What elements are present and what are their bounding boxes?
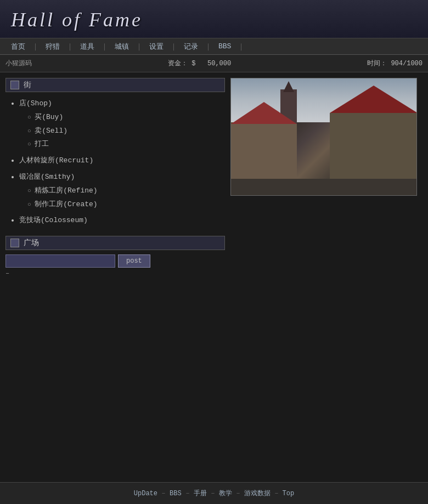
source-code-label: 小猩源码 — [5, 59, 32, 68]
nav-home[interactable]: 首页 — [5, 42, 31, 52]
building-right-roof — [330, 86, 417, 113]
plaza-section: 广场 post – — [5, 236, 225, 278]
funds-label: 资金： — [168, 60, 188, 67]
funds-display: 资金： $ 50,000 — [168, 59, 231, 68]
footer-gamedata[interactable]: 游戏数据 — [244, 489, 271, 498]
refine-link[interactable]: 精炼工房(Refine) — [35, 186, 97, 195]
plaza-dash: – — [5, 270, 225, 278]
nav-sep-3: ｜ — [100, 42, 109, 52]
statusbar: 小猩源码 资金： $ 50,000 时间： 904/1000 — [0, 55, 428, 72]
smithy-item: 锻冶屋(Smithy) 精炼工房(Refine) 制作工房(Create) — [19, 170, 225, 211]
town-image — [230, 78, 417, 196]
plaza-input-row: post — [5, 254, 225, 268]
nav-sep-5: ｜ — [169, 42, 178, 52]
street-heading-label: 街 — [24, 80, 31, 90]
work-link[interactable]: 打工 — [35, 140, 49, 148]
nav-sep-6: ｜ — [204, 42, 213, 52]
nav-sep-1: ｜ — [31, 42, 40, 52]
buy-link[interactable]: 买(Buy) — [35, 113, 63, 121]
main-content: 街 店(Shop) 买(Buy) 卖(Sell) 打工 — [0, 72, 428, 283]
footer-bbs[interactable]: BBS — [170, 490, 182, 497]
time-display: 时间： 904/1000 — [367, 59, 423, 68]
create-link[interactable]: 制作工房(Create) — [35, 200, 97, 208]
church-spire — [283, 81, 294, 92]
footer-update[interactable]: UpDate — [134, 490, 157, 497]
work-item: 打工 — [27, 138, 225, 151]
time-value: 904/1000 — [391, 60, 423, 67]
right-panel — [230, 78, 423, 278]
post-button[interactable]: post — [118, 254, 150, 268]
footer-top[interactable]: Top — [283, 490, 295, 497]
plaza-heading: 广场 — [5, 236, 225, 250]
header: Hall of Fame — [0, 0, 428, 38]
footer: UpDate － BBS － 手册 － 教学 － 游戏数据 － Top — [0, 482, 428, 504]
nav-sep-7: ｜ — [236, 42, 246, 52]
nav-sep-2: ｜ — [65, 42, 75, 52]
left-panel: 街 店(Shop) 买(Buy) 卖(Sell) 打工 — [5, 78, 230, 278]
recruit-link[interactable]: 人材斡旋所(Recruit) — [19, 156, 93, 165]
smithy-link[interactable]: 锻冶屋(Smithy) — [19, 173, 75, 181]
refine-item: 精炼工房(Refine) — [27, 184, 225, 198]
footer-manual[interactable]: 手册 — [194, 489, 207, 498]
site-title: Hall of Fame — [11, 8, 143, 31]
nav-items[interactable]: 道具 — [75, 42, 100, 52]
footer-sep-5: － — [273, 489, 280, 498]
nav-settings[interactable]: 设置 — [144, 42, 169, 52]
ground-element — [231, 179, 416, 195]
buy-item: 买(Buy) — [27, 111, 225, 124]
navbar: 首页 ｜ 狩猎 ｜ 道具 ｜ 城镇 ｜ 设置 ｜ 记录 ｜ BBS ｜ — [0, 38, 428, 55]
time-label: 时间： — [367, 60, 387, 67]
plaza-message-input[interactable] — [5, 254, 115, 268]
shop-link[interactable]: 店(Shop) — [19, 99, 52, 107]
recruit-item: 人材斡旋所(Recruit) — [19, 154, 225, 168]
street-heading: 街 — [5, 78, 225, 92]
footer-sep-2: － — [184, 489, 191, 498]
footer-sep-3: － — [210, 489, 216, 498]
footer-tutorial[interactable]: 教学 — [219, 489, 232, 498]
footer-sep-1: － — [160, 489, 167, 498]
colosseum-item: 竞技场(Colosseum) — [19, 213, 225, 228]
footer-sep-4: － — [235, 489, 241, 498]
nav-bbs[interactable]: BBS — [213, 42, 236, 50]
nav-record[interactable]: 记录 — [178, 42, 204, 52]
street-section: 街 店(Shop) 买(Buy) 卖(Sell) 打工 — [5, 78, 225, 228]
smithy-submenu: 精炼工房(Refine) 制作工房(Create) — [19, 184, 225, 211]
nav-hunt[interactable]: 狩猎 — [40, 42, 65, 52]
building-left-roof — [231, 102, 297, 124]
street-menu: 店(Shop) 买(Buy) 卖(Sell) 打工 人材斡旋 — [5, 97, 225, 228]
colosseum-link[interactable]: 竞技场(Colosseum) — [19, 216, 88, 224]
shop-submenu: 买(Buy) 卖(Sell) 打工 — [19, 111, 225, 151]
nav-town[interactable]: 城镇 — [109, 42, 134, 52]
currency-symbol: $ — [192, 60, 195, 67]
create-item: 制作工房(Create) — [27, 198, 225, 212]
funds-amount: 50,000 — [207, 60, 231, 67]
plaza-heading-label: 广场 — [24, 238, 39, 248]
nav-sep-4: ｜ — [134, 42, 144, 52]
sell-item: 卖(Sell) — [27, 124, 225, 138]
sell-link[interactable]: 卖(Sell) — [35, 127, 67, 135]
shop-item: 店(Shop) 买(Buy) 卖(Sell) 打工 — [19, 97, 225, 151]
